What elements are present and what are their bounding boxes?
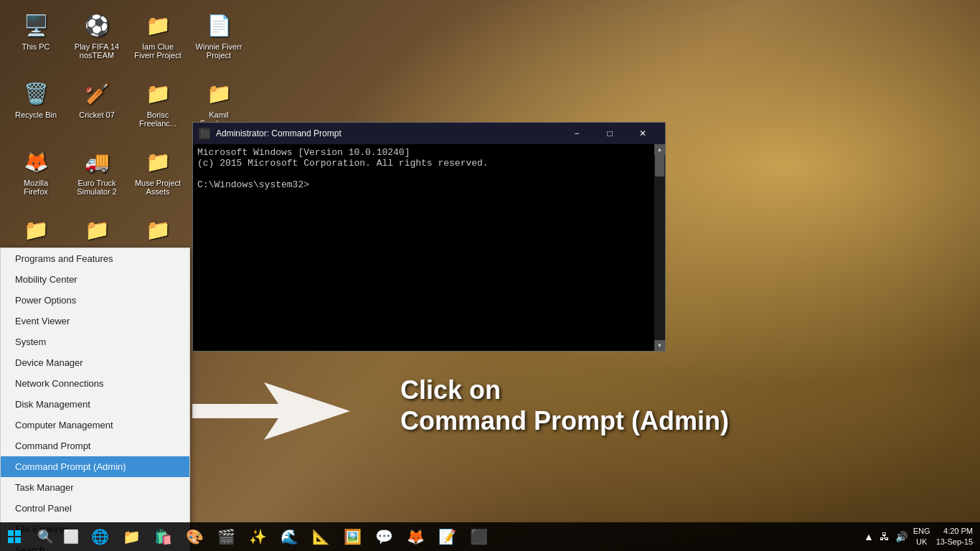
minimize-button[interactable]: − (560, 123, 593, 144)
this-pc-icon: 🖥️ (22, 11, 50, 39)
menu-item-event-viewer[interactable]: Event Viewer (1, 311, 189, 331)
menu-item-computer-management[interactable]: Computer Management (1, 415, 189, 435)
cmd-content[interactable]: Microsoft Windows [Version 10.0.10240] (… (193, 144, 665, 351)
taskbar: 🔍 ⬜ 🌐 📁 🛍️ 🎨 🎬 ✨ 🌊 📐 🖼️ 💬 🦊 📝 ⬛ ▲ 🖧 🔊 EN… (0, 522, 980, 551)
window-controls: − □ ✕ (560, 123, 659, 144)
svg-rect-4 (15, 537, 21, 543)
cmd-line-2: (c) 2015 Microsoft Corporation. All righ… (197, 158, 661, 169)
tray-network[interactable]: 🖧 (880, 531, 890, 542)
menu-item-task-manager[interactable]: Task Manager (1, 477, 189, 498)
desktop-icon-iam-clue[interactable]: 📁 Iam Clue Fiverr Project (129, 7, 187, 72)
menu-item-power-options[interactable]: Power Options (1, 290, 189, 311)
clock-time: 4:20 PM (936, 526, 973, 537)
menu-item-disk-management[interactable]: Disk Management (1, 394, 189, 415)
taskbar-firefox[interactable]: 🦊 (400, 522, 431, 551)
desktop-icon-firefox[interactable]: 🦊 Mozilla Firefox (7, 143, 65, 208)
task-view-button[interactable]: ⬜ (58, 522, 84, 551)
scrollbar-thumb[interactable] (655, 155, 664, 176)
menu-item-mobility-center[interactable]: Mobility Center (1, 269, 189, 290)
taskbar-file-explorer[interactable]: 📁 (116, 522, 147, 551)
tray-chevron[interactable]: ▲ (864, 531, 874, 542)
menu-item-command-prompt[interactable]: Command Prompt (1, 435, 189, 456)
cmd-window[interactable]: ⬛ Administrator: Command Prompt − □ ✕ Mi… (192, 122, 666, 352)
taskbar-muse[interactable]: 📐 (305, 522, 336, 551)
desktop-icon-winnie[interactable]: 📄 Winnie Fiverr Project (190, 7, 248, 72)
menu-item-command-prompt-admin[interactable]: Command Prompt (Admin) (1, 456, 189, 477)
svg-rect-1 (8, 530, 14, 536)
cmd-line-3 (197, 169, 661, 179)
cmd-small-icon: ⬛ (199, 128, 210, 139)
tray-volume[interactable]: 🔊 (895, 531, 908, 542)
menu-item-programs-features[interactable]: Programs and Features (1, 248, 189, 269)
cmd-title-left: ⬛ Administrator: Command Prompt (199, 128, 341, 139)
cortana-search[interactable]: 🔍 (32, 522, 58, 551)
kamil-icon: 📁 (204, 79, 233, 108)
start-area (0, 522, 29, 551)
cmd-line-4: C:\Windows\system32> (197, 179, 661, 190)
taskbar-premiere[interactable]: 🎬 (210, 522, 242, 551)
start-button[interactable] (0, 522, 29, 551)
desktop-icon-euro-truck[interactable]: 🚚 Euro Truck Simulator 2 (68, 143, 126, 208)
taskbar-photoshop[interactable]: 🖼️ (336, 522, 368, 551)
cmd-titlebar[interactable]: ⬛ Administrator: Command Prompt − □ ✕ (193, 123, 665, 144)
svg-rect-3 (8, 537, 14, 543)
windows-logo-icon (8, 530, 21, 543)
menu-item-system[interactable]: System (1, 331, 189, 352)
taskbar-illustrator[interactable]: 🎨 (179, 522, 210, 551)
desktop-icon-this-pc[interactable]: 🖥️ This PC (7, 7, 65, 72)
close-button[interactable]: ✕ (626, 123, 659, 144)
cmd-title-text: Administrator: Command Prompt (216, 128, 341, 138)
menu-item-network-connections[interactable]: Network Connections (1, 373, 189, 394)
menu-item-control-panel[interactable]: Control Panel (1, 498, 189, 519)
taskbar-after-effects[interactable]: ✨ (242, 522, 273, 551)
taskbar-icons: 🔍 ⬜ 🌐 📁 🛍️ 🎨 🎬 ✨ 🌊 📐 🖼️ 💬 🦊 📝 ⬛ (29, 522, 857, 551)
clock-date: 13-Sep-15 (936, 537, 973, 547)
taskbar-tray: ▲ 🖧 🔊 ENG UK 4:20 PM 13-Sep-15 (857, 522, 980, 551)
desktop-icon-recycle-bin[interactable]: 🗑️ Recycle Bin (7, 75, 65, 140)
fiverr-project-icon: 📁 (83, 215, 111, 244)
cmd-scrollbar[interactable]: ▲ ▼ (654, 144, 665, 351)
desktop-icon-fifa[interactable]: ⚽ Play FIFA 14 nosTEAM (68, 7, 126, 72)
fifa-icon: ⚽ (83, 11, 111, 39)
scrollbar-track[interactable] (654, 155, 665, 340)
context-menu: Programs and Features Mobility Center Po… (0, 248, 190, 551)
taskbar-skype[interactable]: 💬 (368, 522, 400, 551)
desktop-icon-borisc[interactable]: 📁 Borisc Freelanc... (129, 75, 187, 140)
menu-item-device-manager[interactable]: Device Manager (1, 352, 189, 373)
firefox-icon: 🦊 (22, 147, 50, 176)
cricket-icon: 🏏 (83, 79, 111, 108)
cmd-line-1: Microsoft Windows [Version 10.0.10240] (197, 147, 661, 158)
recycle-bin-icon: 🗑️ (22, 79, 50, 108)
desktop-icon-cricket[interactable]: 🏏 Cricket 07 (68, 75, 126, 140)
taskbar-edge[interactable]: 🌐 (84, 522, 116, 551)
scrollbar-up[interactable]: ▲ (654, 144, 665, 155)
language-indicator[interactable]: ENG UK (913, 526, 930, 548)
maximize-button[interactable]: □ (593, 123, 626, 144)
muse-icon: 📁 (143, 147, 172, 176)
taskbar-store[interactable]: 🛍️ (147, 522, 179, 551)
website-psd-icon: 📁 (143, 215, 172, 244)
desktop-icon-muse[interactable]: 📁 Muse Project Assets (129, 143, 187, 208)
system-clock[interactable]: 4:20 PM 13-Sep-15 (936, 526, 973, 548)
my-whole-stuff-icon: 📁 (22, 215, 50, 244)
taskbar-dreamweaver[interactable]: 🌊 (273, 522, 305, 551)
taskbar-word[interactable]: 📝 (431, 522, 463, 551)
taskbar-cmd[interactable]: ⬛ (463, 522, 494, 551)
euro-truck-icon: 🚚 (83, 147, 111, 176)
winnie-icon: 📄 (204, 11, 233, 39)
svg-rect-2 (15, 530, 21, 536)
borisc-icon: 📁 (143, 79, 172, 108)
scrollbar-down[interactable]: ▼ (654, 340, 665, 351)
iam-clue-icon: 📁 (143, 11, 172, 39)
